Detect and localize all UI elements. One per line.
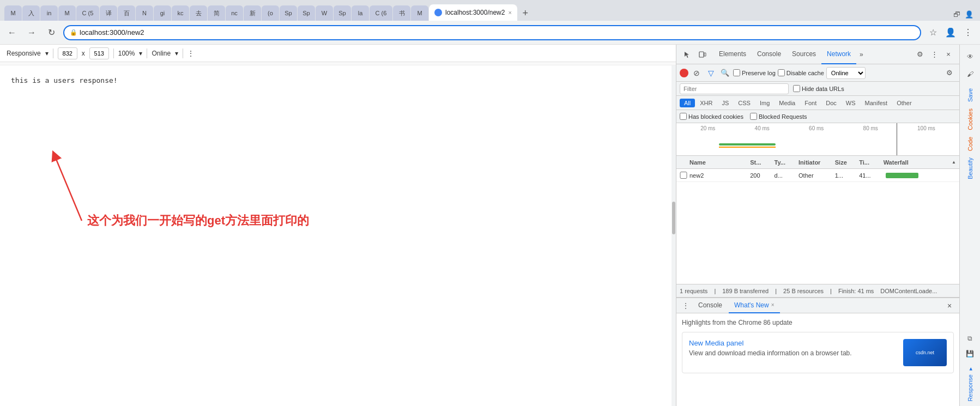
dt-cursor-icon[interactable] [681,48,694,61]
tab-o[interactable]: (o [262,5,279,21]
tab-close-btn[interactable]: × [508,9,511,16]
bottom-tab-console[interactable]: Console [693,298,728,313]
device-more-icon[interactable]: ⋮ [187,50,194,57]
zoom-dropdown-icon[interactable]: ▾ [139,50,142,57]
online-dropdown-icon[interactable]: ▾ [175,50,178,57]
forward-btn[interactable]: → [24,25,39,40]
dt-filter-btn[interactable]: ▽ [705,67,717,79]
tab-la[interactable]: la [352,5,369,21]
filter-type-all[interactable]: All [680,99,695,107]
filter-type-css[interactable]: CSS [734,99,755,107]
dt-settings-icon[interactable]: ⚙ [914,48,927,61]
tab-qu[interactable]: 去 [190,5,207,21]
preserve-log-label[interactable]: Preserve log [733,69,776,76]
preserve-log-checkbox[interactable] [733,69,740,76]
tab-m3[interactable]: M [411,5,428,21]
hide-data-urls-label[interactable]: Hide data URLs [793,85,844,92]
dt-tab-network[interactable]: Network [821,45,856,64]
table-row[interactable]: new2 200 d... Other 1... 41... [676,169,959,182]
tab-kc[interactable]: kc [172,5,189,21]
tab-jian[interactable]: 简 [208,5,225,21]
whats-new-close-btn[interactable]: × [771,302,775,308]
tab-in[interactable]: in [40,5,58,21]
online-select[interactable]: Online Offline Slow 3G Fast 3G [826,67,866,79]
blocked-cookies-label[interactable]: Has blocked cookies [680,113,743,120]
tab-sp1[interactable]: Sp [280,5,297,21]
tab-w[interactable]: W [316,5,333,21]
responsive-dropdown-icon[interactable]: ▾ [45,50,49,57]
page-scrollbar[interactable] [672,65,676,406]
dt-tab-sources[interactable]: Sources [787,45,821,64]
back-btn[interactable]: ← [4,25,20,40]
rs-cookies-label[interactable]: Cookies [967,108,973,130]
disable-cache-label[interactable]: Disable cache [778,69,824,76]
dt-close-icon[interactable]: × [942,48,955,61]
page-scrollbar-thumb[interactable] [672,202,675,234]
rs-code-label[interactable]: Code [967,137,973,151]
tab-c5[interactable]: C (5 [76,5,99,21]
rs-save-icon[interactable]: 💾 [963,346,978,361]
bottom-panel-close-icon[interactable]: × [943,299,956,312]
dt-device-icon[interactable] [696,48,709,61]
hide-data-urls-checkbox[interactable] [793,85,800,92]
profile-icon[interactable]: 👤 [965,10,973,19]
dt-network-settings-icon[interactable]: ⚙ [943,66,956,80]
tab-n[interactable]: N [136,5,153,21]
width-input[interactable] [58,47,77,59]
bookmark-btn[interactable]: ☆ [925,25,941,40]
tab-ru[interactable]: 入 [22,5,40,21]
filter-type-manifest[interactable]: Manifest [861,99,892,107]
dt-more-icon[interactable]: ⋮ [928,48,941,61]
rs-paint-icon[interactable]: 🖌 [963,66,978,82]
tab-m2[interactable]: M [58,5,76,21]
bottom-panel-menu-icon[interactable]: ⋮ [680,300,692,312]
rs-eye-icon[interactable]: 👁 [963,49,978,64]
filter-type-xhr[interactable]: XHR [695,99,717,107]
filter-type-img[interactable]: Img [755,99,774,107]
filter-type-media[interactable]: Media [775,99,800,107]
dt-tab-more[interactable]: » [856,45,867,64]
dt-tab-elements[interactable]: Elements [713,45,752,64]
dt-tab-console[interactable]: Console [752,45,787,64]
filter-type-doc[interactable]: Doc [821,99,841,107]
dt-filter-input[interactable] [680,83,789,94]
tab-sp2[interactable]: Sp [298,5,315,21]
blocked-requests-checkbox[interactable] [750,113,757,120]
row-checkbox[interactable] [680,172,687,179]
filter-type-other[interactable]: Other [892,99,916,107]
filter-type-font[interactable]: Font [800,99,821,107]
filter-type-js[interactable]: JS [717,99,733,107]
address-text[interactable]: localhost:3000/new2 [80,28,144,37]
height-input[interactable] [89,47,109,59]
disable-cache-checkbox[interactable] [778,69,785,76]
tab-nc[interactable]: nc [226,5,243,21]
tab-sp3[interactable]: Sp [334,5,351,21]
tab-bai[interactable]: 百 [118,5,135,21]
reload-btn[interactable]: ↻ [44,25,59,40]
rs-save-label[interactable]: Save [967,88,973,102]
rs-response-dropdown[interactable]: ▾ [967,366,973,373]
menu-btn[interactable]: ⋮ [960,25,976,40]
account-btn[interactable]: 👤 [943,25,958,40]
rs-beautify-label[interactable]: Beautify [967,157,973,179]
active-tab[interactable]: localhost:3000/new2 × [429,4,517,21]
dt-stop-btn[interactable]: ⊘ [691,67,703,79]
tab-gi[interactable]: gi [154,5,171,21]
bottom-tab-whats-new[interactable]: What's New × [729,298,779,313]
blocked-requests-label[interactable]: Blocked Requests [750,113,807,120]
tab-xin[interactable]: 新 [244,5,261,21]
rs-copy-icon[interactable]: ⧉ [963,331,978,346]
tab-m1[interactable]: M [4,5,22,21]
tab-shu[interactable]: 书 [393,5,410,21]
dt-record-btn[interactable] [680,69,688,77]
restore-down-icon[interactable]: 🗗 [953,10,960,19]
rs-response-label[interactable]: Response ▾ [966,366,973,402]
waterfall-sort-icon[interactable]: ▲ [952,160,956,165]
new-tab-btn[interactable]: + [518,5,533,21]
tab-c6[interactable]: C (6 [370,5,392,21]
blocked-cookies-checkbox[interactable] [680,113,687,120]
dt-search-btn[interactable]: 🔍 [719,67,731,79]
tab-yi[interactable]: 译 [100,5,117,21]
row-time: 41... [859,172,883,179]
filter-type-ws[interactable]: WS [842,99,860,107]
